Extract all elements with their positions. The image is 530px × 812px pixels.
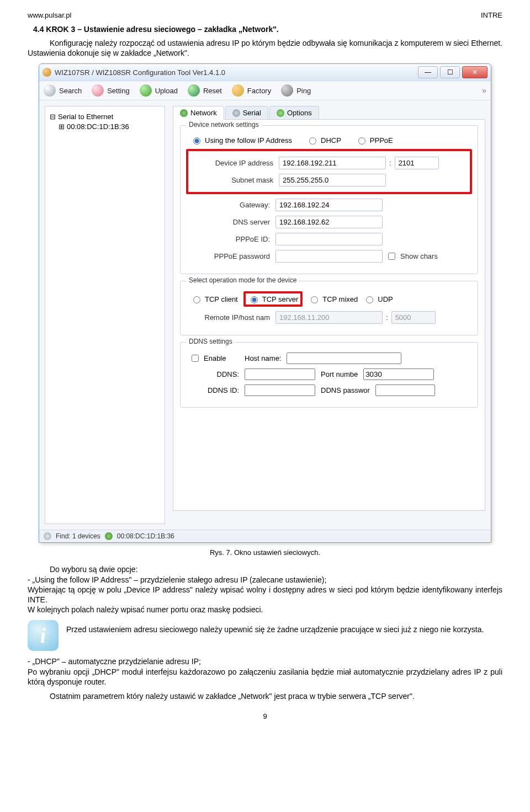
remote-port-input[interactable] xyxy=(391,311,436,324)
port-separator: : xyxy=(386,313,388,322)
label-ddns-pw: DDNS passwor xyxy=(321,386,370,394)
search-button[interactable]: Search xyxy=(44,84,82,97)
window-title: WIZ107SR / WIZ108SR Configuration Tool V… xyxy=(55,68,418,77)
radio-pppoe[interactable]: PPPoE xyxy=(356,136,393,145)
tree-child-mac[interactable]: ⊞00:08:DC:1D:1B:36 xyxy=(59,122,160,131)
info-text: Przed ustawieniem adresu sieciowego nale… xyxy=(66,624,502,634)
port-separator: : xyxy=(389,159,391,167)
ddns-port-input[interactable] xyxy=(363,368,434,380)
ddns-input[interactable] xyxy=(245,368,315,380)
label-gateway: Gateway: xyxy=(187,201,270,209)
gateway-input[interactable] xyxy=(275,199,383,211)
body-line4: W kolejnych polach należy wpisać numer p… xyxy=(28,605,502,615)
tab-panel-network: Device network settings Using the follow… xyxy=(173,119,485,511)
dns-input[interactable] xyxy=(275,216,383,228)
radio-dhcp[interactable]: DHCP xyxy=(306,136,341,145)
upload-button[interactable]: Upload xyxy=(140,84,178,97)
body-line7: Ostatnim parametrem który należy ustawić… xyxy=(28,691,502,701)
setting-icon xyxy=(92,84,104,97)
ddns-enable-checkbox[interactable]: Enable xyxy=(189,353,226,364)
radio-follow-ip[interactable]: Using the follow IP Address xyxy=(190,136,292,145)
label-ddns-id: DDNS ID: xyxy=(189,386,239,394)
config-tool-window: WIZ107SR / WIZ108SR Configuration Tool V… xyxy=(39,63,491,543)
tabs-area: Network Serial Options Device network se… xyxy=(173,106,485,524)
network-icon xyxy=(180,109,188,117)
label-dns: DNS server xyxy=(187,218,270,226)
group-operation-mode: Select operation mode for the device TCP… xyxy=(180,281,478,335)
device-tree: ⊟Serial to Ethernet ⊞00:08:DC:1D:1B:36 xyxy=(45,106,165,524)
window-controls: — ☐ ✕ xyxy=(418,66,487,78)
show-chars-checkbox[interactable]: Show chars xyxy=(386,251,438,261)
toolbar-overflow-icon[interactable]: » xyxy=(482,86,486,95)
hostname-input[interactable] xyxy=(287,352,401,364)
ping-button[interactable]: Ping xyxy=(281,84,311,97)
label-ddns-port: Port numbe xyxy=(321,370,358,378)
radio-udp[interactable]: UDP xyxy=(363,295,393,303)
group-title-ddns: DDNS settings xyxy=(186,338,235,345)
screenshot-container: WIZ107SR / WIZ108SR Configuration Tool V… xyxy=(39,63,491,543)
status-ok-icon xyxy=(105,532,113,540)
reset-button[interactable]: Reset xyxy=(188,84,222,97)
radio-tcp-client[interactable]: TCP client xyxy=(190,295,238,303)
label-hostname: Host name: xyxy=(231,354,281,362)
group-ddns: DDNS settings Enable Host name: DDNS: Po… xyxy=(180,342,478,408)
ddns-id-input[interactable] xyxy=(245,384,315,396)
tab-network[interactable]: Network xyxy=(173,106,224,120)
status-find: Find: 1 devices xyxy=(56,532,100,540)
intro-paragraph: Konfigurację należy rozpocząć od ustawie… xyxy=(28,38,502,58)
header-right: INTRE xyxy=(481,11,502,19)
tree-expand-icon: ⊟ xyxy=(50,113,56,121)
factory-icon xyxy=(232,84,244,97)
status-search-icon xyxy=(44,532,51,540)
header-left: www.pulsar.pl xyxy=(28,11,71,19)
close-button[interactable]: ✕ xyxy=(462,66,487,78)
info-note: i Przed ustawieniem adresu sieciowego na… xyxy=(28,620,502,651)
ddns-pw-input[interactable] xyxy=(375,384,435,396)
search-icon xyxy=(44,84,56,97)
label-pppoe-pw: PPPoE password xyxy=(187,252,270,260)
pppoe-id-input[interactable] xyxy=(275,233,383,245)
statusbar: Find: 1 devices 00:08:DC:1D:1B:36 xyxy=(39,530,491,542)
tab-serial[interactable]: Serial xyxy=(225,106,268,120)
page-number: 9 xyxy=(28,712,502,720)
pppoe-pw-input[interactable] xyxy=(275,250,383,263)
label-remote-ip: Remote IP/host nam xyxy=(187,313,270,322)
ip-highlight-box: Device IP address : Subnet mask xyxy=(186,149,472,194)
app-icon xyxy=(43,68,51,77)
body-line2: - „Using the follow IP Address" – przydz… xyxy=(28,575,502,585)
group-title: Device network settings xyxy=(186,121,262,129)
options-icon xyxy=(277,109,284,117)
minimize-button[interactable]: — xyxy=(418,66,438,78)
tree-expand-icon: ⊞ xyxy=(59,122,65,131)
maximize-button[interactable]: ☐ xyxy=(440,66,460,78)
setting-button[interactable]: Setting xyxy=(92,84,129,97)
group-device-network: Device network settings Using the follow… xyxy=(180,125,478,274)
body-line3: Wybierając tą opcję w polu „Device IP ad… xyxy=(28,585,502,605)
tab-options[interactable]: Options xyxy=(269,106,319,120)
serial-icon xyxy=(232,109,240,117)
label-ddns: DDNS: xyxy=(189,370,239,378)
body-line5: - „DHCP" – automatyczne przydzielanie ad… xyxy=(28,656,502,666)
figure-caption: Rys. 7. Okno ustawień sieciowych. xyxy=(28,548,502,557)
body-line1: Do wyboru są dwie opcje: xyxy=(28,564,502,574)
label-pppoe-id: PPPoE ID: xyxy=(187,235,270,243)
group-title-opmode: Select operation mode for the device xyxy=(186,276,299,284)
factory-button[interactable]: Factory xyxy=(232,84,271,97)
radio-tcp-mixed[interactable]: TCP mixed xyxy=(308,295,358,303)
label-device-ip: Device IP address xyxy=(190,159,273,167)
ping-icon xyxy=(281,84,293,97)
tree-root[interactable]: ⊟Serial to Ethernet xyxy=(50,113,160,121)
radio-tcp-server[interactable]: TCP server xyxy=(248,295,299,303)
titlebar: WIZ107SR / WIZ108SR Configuration Tool V… xyxy=(39,64,491,81)
remote-ip-input[interactable] xyxy=(275,311,383,324)
opmode-row: TCP client TCP server TCP mixed UDP xyxy=(190,291,468,307)
info-icon: i xyxy=(28,620,59,651)
main-content: ⊟Serial to Ethernet ⊞00:08:DC:1D:1B:36 N… xyxy=(39,100,491,530)
device-ip-input[interactable] xyxy=(279,157,386,169)
device-port-input[interactable] xyxy=(395,157,439,169)
tcp-server-highlight: TCP server xyxy=(243,291,303,307)
tabs-row: Network Serial Options xyxy=(173,106,485,120)
subnet-mask-input[interactable] xyxy=(279,174,386,186)
status-mac: 00:08:DC:1D:1B:36 xyxy=(117,532,174,540)
label-subnet-mask: Subnet mask xyxy=(190,176,273,184)
